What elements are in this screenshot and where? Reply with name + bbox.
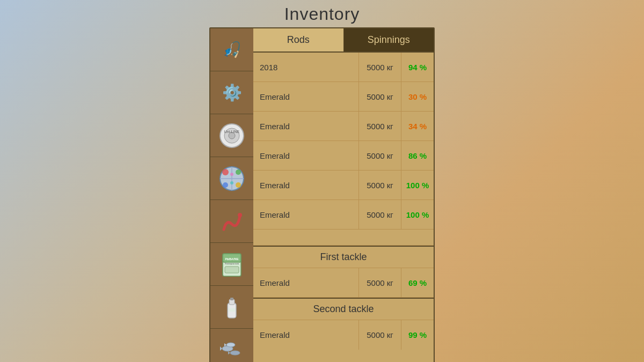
item-pct: 100 % [401, 171, 434, 200]
worm-icon [218, 208, 245, 235]
sidebar: 🎣 ⚙️ Uni-LINE [210, 28, 253, 362]
item-pct: 30 % [401, 82, 434, 111]
item-pct: 86 % [401, 141, 434, 170]
inventory-panel: 🎣 ⚙️ Uni-LINE [209, 27, 435, 362]
table-area: 2018 5000 кг 94 % Emerald 5000 кг 30 % E… [253, 53, 434, 362]
item-price: 5000 кг [358, 82, 401, 111]
bait-bag-icon: РЫБАЛКЕ Универсальна [218, 249, 245, 279]
svg-point-11 [230, 173, 233, 176]
second-tackle-label: Second tackle [313, 304, 374, 315]
empty-row [253, 230, 434, 246]
page-title: Inventory [284, 0, 360, 27]
svg-rect-18 [225, 267, 239, 273]
sidebar-item-bait-bag[interactable]: РЫБАЛКЕ Универсальна [210, 243, 253, 286]
table-row[interactable]: Emerald 5000 кг 86 % [253, 141, 434, 171]
item-pct: 94 % [401, 53, 434, 82]
item-pct: 34 % [401, 112, 434, 141]
bottle-icon [221, 292, 243, 322]
table-row[interactable]: Emerald 5000 кг 100 % [253, 200, 434, 230]
small-fish-icon [218, 337, 246, 363]
table-row[interactable]: Emerald 5000 кг 99 % [253, 320, 434, 350]
item-name: 2018 [253, 63, 358, 72]
first-tackle-header: First tackle [253, 246, 434, 268]
reel-icon: ⚙️ [222, 83, 242, 102]
item-name: Emerald [253, 330, 358, 339]
item-pct: 100 % [401, 200, 434, 229]
first-tackle-label: First tackle [320, 252, 367, 263]
sidebar-item-small-fish[interactable] [210, 329, 253, 362]
tab-rods[interactable]: Rods [253, 28, 344, 51]
item-pct: 69 % [401, 268, 434, 297]
svg-rect-21 [230, 298, 233, 300]
svg-rect-22 [229, 308, 235, 312]
svg-text:Универсальна: Универсальна [225, 262, 239, 265]
svg-point-8 [236, 169, 241, 175]
svg-point-13 [238, 213, 242, 217]
svg-point-7 [222, 169, 229, 175]
sidebar-item-lures[interactable] [210, 157, 253, 200]
second-tackle-header: Second tackle [253, 298, 434, 320]
svg-marker-26 [228, 351, 230, 354]
svg-point-25 [230, 351, 240, 355]
item-price: 5000 кг [358, 200, 401, 229]
sidebar-item-reel[interactable]: ⚙️ [210, 71, 253, 114]
table-row[interactable]: 2018 5000 кг 94 % [253, 53, 434, 82]
item-name: Emerald [253, 151, 358, 160]
sidebar-item-line[interactable]: Uni-LINE [210, 114, 253, 157]
tab-bar: Rods Spinnings [253, 28, 434, 53]
item-price: 5000 кг [358, 320, 401, 350]
svg-point-10 [236, 182, 241, 188]
sidebar-item-worm[interactable] [210, 200, 253, 243]
table-row[interactable]: Emerald 5000 кг 30 % [253, 82, 434, 112]
item-price: 5000 кг [358, 268, 401, 297]
table-row[interactable]: Emerald 5000 кг 69 % [253, 268, 434, 298]
tackle-box-icon [218, 165, 246, 193]
item-price: 5000 кг [358, 171, 401, 200]
sidebar-item-rod[interactable]: 🎣 [210, 28, 253, 71]
svg-marker-24 [220, 346, 222, 351]
svg-text:Uni-LINE: Uni-LINE [224, 130, 240, 134]
item-name: Emerald [253, 181, 358, 190]
svg-text:РЫБАЛКЕ: РЫБАЛКЕ [225, 257, 239, 261]
table-row[interactable]: Emerald 5000 кг 100 % [253, 171, 434, 200]
table-row[interactable]: Emerald 5000 кг 34 % [253, 112, 434, 141]
sidebar-item-bottle[interactable] [210, 286, 253, 329]
item-price: 5000 кг [358, 112, 401, 141]
item-price: 5000 кг [358, 53, 401, 82]
svg-point-12 [230, 181, 233, 184]
item-price: 5000 кг [358, 141, 401, 170]
item-name: Emerald [253, 92, 358, 101]
item-name: Emerald [253, 122, 358, 131]
rod-icon: 🎣 [223, 41, 241, 58]
line-spool-icon: Uni-LINE [218, 122, 245, 149]
item-pct: 99 % [401, 320, 434, 350]
item-name: Emerald [253, 278, 358, 287]
main-content: Rods Spinnings 2018 5000 кг 94 % Emerald… [253, 28, 434, 362]
tab-spinnings[interactable]: Spinnings [344, 28, 434, 51]
svg-point-9 [223, 182, 228, 188]
svg-point-27 [226, 343, 235, 347]
item-name: Emerald [253, 210, 358, 219]
